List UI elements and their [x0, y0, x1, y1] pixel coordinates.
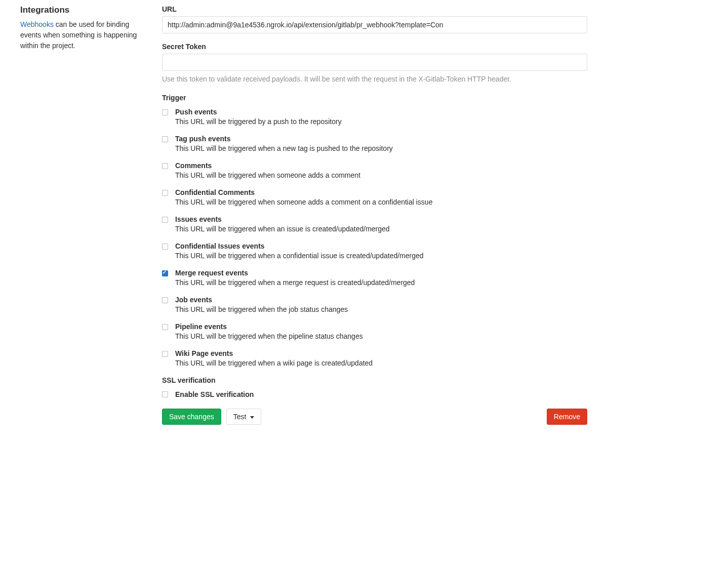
trigger-title: Job events [175, 296, 587, 304]
trigger-checkbox[interactable] [162, 163, 168, 169]
trigger-item: Confidential CommentsThis URL will be tr… [162, 188, 587, 206]
trigger-checkbox[interactable] [162, 217, 168, 223]
trigger-checkbox[interactable] [162, 244, 168, 250]
trigger-checkbox[interactable] [162, 351, 168, 357]
save-button[interactable]: Save changes [162, 409, 221, 425]
trigger-description: This URL will be triggered when an issue… [175, 225, 587, 233]
trigger-title: Confidential Issues events [175, 242, 587, 250]
sidebar-title: Integrations [20, 5, 147, 15]
trigger-title: Comments [175, 162, 587, 170]
trigger-description: This URL will be triggered by a push to … [175, 117, 587, 126]
url-input[interactable] [162, 16, 587, 33]
trigger-description: This URL will be triggered when a wiki p… [175, 359, 587, 367]
ssl-enable-label: Enable SSL verification [175, 390, 254, 398]
test-dropdown-button[interactable]: Test [226, 409, 262, 425]
trigger-description: This URL will be triggered when a confid… [175, 252, 587, 260]
trigger-title: Push events [175, 108, 587, 116]
trigger-title: Merge request events [175, 269, 587, 277]
trigger-checkbox[interactable] [162, 297, 168, 303]
trigger-item: Pipeline eventsThis URL will be triggere… [162, 323, 587, 340]
trigger-description: This URL will be triggered when the pipe… [175, 332, 587, 340]
ssl-checkbox[interactable] [162, 391, 168, 397]
remove-button[interactable]: Remove [547, 409, 587, 425]
webhooks-link[interactable]: Webhooks [20, 20, 54, 28]
trigger-description: This URL will be triggered when a new ta… [175, 144, 587, 152]
trigger-item: Confidential Issues eventsThis URL will … [162, 242, 587, 260]
test-button-label: Test [233, 413, 247, 421]
trigger-title: Tag push events [175, 135, 587, 143]
trigger-title: Issues events [175, 215, 587, 223]
trigger-section-label: Trigger [162, 94, 587, 102]
trigger-item: Tag push eventsThis URL will be triggere… [162, 135, 587, 152]
trigger-checkbox[interactable] [162, 324, 168, 330]
trigger-checkbox[interactable] [162, 190, 168, 196]
secret-token-input[interactable] [162, 54, 587, 71]
trigger-description: This URL will be triggered when someone … [175, 171, 587, 179]
trigger-description: This URL will be triggered when someone … [175, 198, 587, 206]
trigger-title: Wiki Page events [175, 349, 587, 357]
trigger-title: Confidential Comments [175, 188, 587, 196]
trigger-item: Job eventsThis URL will be triggered whe… [162, 296, 587, 313]
secret-token-label: Secret Token [162, 43, 587, 51]
trigger-checkbox[interactable] [162, 270, 168, 276]
trigger-checkbox[interactable] [162, 109, 168, 115]
sidebar: Integrations Webhooks can be used for bi… [20, 5, 147, 425]
main-form: URL Secret Token Use this token to valid… [162, 5, 587, 425]
trigger-item: Push eventsThis URL will be triggered by… [162, 108, 587, 126]
sidebar-description: Webhooks can be used for binding events … [20, 19, 147, 51]
trigger-item: Issues eventsThis URL will be triggered … [162, 215, 587, 233]
trigger-item: CommentsThis URL will be triggered when … [162, 162, 587, 179]
url-label: URL [162, 5, 587, 13]
trigger-description: This URL will be triggered when the job … [175, 305, 587, 313]
trigger-title: Pipeline events [175, 323, 587, 331]
trigger-checkbox[interactable] [162, 136, 168, 142]
chevron-down-icon [250, 416, 254, 419]
trigger-item: Wiki Page eventsThis URL will be trigger… [162, 349, 587, 367]
ssl-section-label: SSL verification [162, 376, 587, 384]
secret-token-help: Use this token to validate received payl… [162, 74, 587, 85]
trigger-item: Merge request eventsThis URL will be tri… [162, 269, 587, 287]
trigger-description: This URL will be triggered when a merge … [175, 278, 587, 287]
